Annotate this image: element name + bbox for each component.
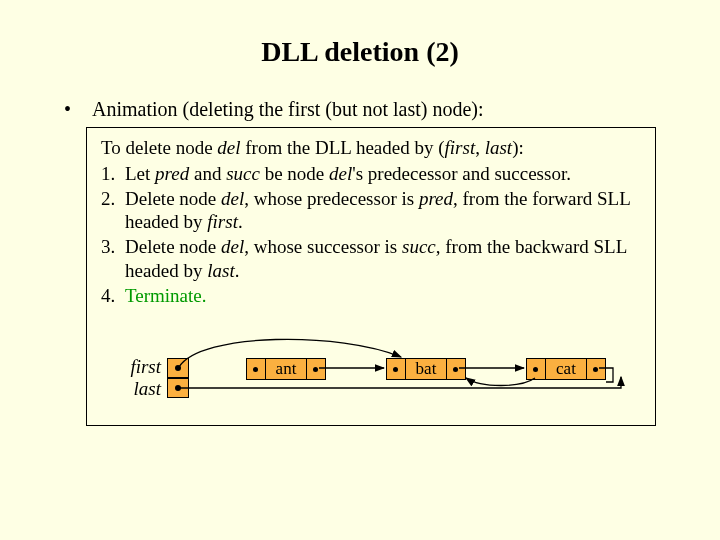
bullet-text: Animation (deleting the first (but not l… bbox=[92, 98, 484, 121]
linked-list-diagram: first last ant bat bbox=[101, 322, 661, 407]
algorithm-head: To delete node del from the DLL headed b… bbox=[101, 136, 645, 160]
step-3: 3. Delete node del, whose successor is s… bbox=[101, 235, 645, 284]
arrows-icon bbox=[101, 322, 661, 407]
algorithm-box: To delete node del from the DLL headed b… bbox=[86, 127, 656, 426]
bullet-dot-icon: • bbox=[64, 98, 92, 121]
step-1: 1. Let pred and succ be node del's prede… bbox=[101, 162, 645, 187]
slide-title: DLL deletion (2) bbox=[0, 0, 720, 68]
main-bullet: • Animation (deleting the first (but not… bbox=[64, 98, 656, 121]
step-2: 2. Delete node del, whose predecessor is… bbox=[101, 187, 645, 236]
step-4: 4. Terminate. bbox=[101, 284, 645, 309]
